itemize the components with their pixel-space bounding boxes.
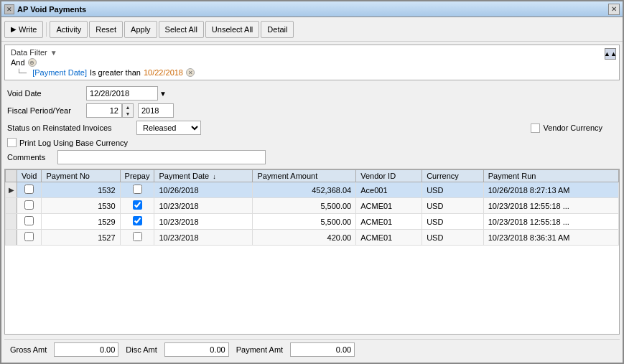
prepay-checkbox[interactable] [133,216,142,225]
table-row[interactable]: 153010/23/20185,500.00ACME01USD10/23/201… [6,198,619,214]
table-row[interactable]: 152710/23/2018420.00ACME01USD10/23/2018 … [6,230,619,246]
table-header: Void Payment No Prepay Payment Date ↓ Pa… [6,170,619,182]
prepay-checkbox-cell [120,214,154,230]
filter-collapse-button[interactable]: ▲▲ [605,48,616,60]
void-col-header[interactable]: Void [17,170,42,182]
payment-date-col-header[interactable]: Payment Date ↓ [154,170,253,182]
payments-table: Void Payment No Prepay Payment Date ↓ Pa… [5,169,619,246]
main-window: ✕ AP Void Payments ✕ ▶ Write Activity Re… [0,0,624,364]
period-up-button[interactable]: ▲ [123,104,133,111]
reset-button[interactable]: Reset [89,21,123,38]
gross-amt-input[interactable] [54,342,118,357]
payment-amount-cell: 5,500.00 [253,198,356,214]
vendor-id-col-header[interactable]: Vendor ID [356,170,422,182]
prepay-checkbox-cell [120,182,154,198]
void-checkbox[interactable] [24,232,34,241]
print-log-checkbox[interactable] [7,138,17,147]
currency-col-header[interactable]: Currency [422,170,484,182]
apply-label: Apply [131,25,151,34]
window-close-button[interactable]: ✕ [608,4,620,15]
payment-no-col-header[interactable]: Payment No [42,170,120,182]
void-checkbox[interactable] [24,216,34,225]
payment-run-col-header[interactable]: Payment Run [483,170,618,182]
vendor-id-cell: ACME01 [356,230,422,246]
payment-amount-cell: 452,368.04 [253,182,356,198]
payment-run-cell: 10/23/2018 8:36:31 AM [483,230,618,246]
sort-desc-icon: ↓ [213,173,216,180]
filter-condition-row: └─ [Payment Date] Is greater than 10/22/… [11,68,613,77]
gross-amt-label: Gross Amt [10,345,47,354]
select-all-button[interactable]: Select All [159,21,204,38]
period-down-button[interactable]: ▼ [123,111,133,117]
activity-button[interactable]: Activity [50,21,88,38]
print-log-row: Print Log Using Base Currency [7,138,617,147]
footer-row: Gross Amt Disc Amt Payment Amt [4,339,620,360]
fiscal-year-input[interactable] [138,103,174,118]
filter-and-text: And [11,58,25,67]
fiscal-period-input[interactable] [86,103,122,118]
payment-date-cell: 10/23/2018 [154,198,253,214]
toolbar: ▶ Write Activity Reset Apply Select All … [1,17,623,42]
prepay-checkbox[interactable] [133,200,142,210]
void-checkbox-cell [17,214,42,230]
row-indicator-header [6,170,17,182]
filter-section: Data Filter ▼ And ⊕ └─ [Payment Date] Is… [4,45,620,80]
divider-1 [46,22,47,37]
unselect-all-label: Unselect All [212,25,253,34]
prepay-checkbox[interactable] [133,185,142,194]
payment-amt-input[interactable] [290,342,355,357]
void-date-dropdown-icon[interactable]: ▼ [159,90,167,98]
filter-condition-remove[interactable]: ✕ [186,68,195,77]
payment-amount-cell: 420.00 [253,230,356,246]
status-select[interactable]: Released Open Closed [136,121,201,135]
title-bar-left: ✕ AP Void Payments [4,4,86,14]
table-row[interactable]: ▶153210/26/2018452,368.04Ace001USD10/26/… [6,182,619,198]
row-selector-cell[interactable]: ▶ [6,182,17,198]
tab-close-button[interactable]: ✕ [4,4,14,14]
filter-and-row: And ⊕ [11,58,613,67]
void-date-control: ▼ [86,86,167,101]
prepay-checkbox[interactable] [133,232,142,241]
table-body: ▶153210/26/2018452,368.04Ace001USD10/26/… [6,182,619,246]
vendor-id-cell: Ace001 [356,182,422,198]
apply-button[interactable]: Apply [124,21,157,38]
filter-tree-icon: └─ [17,69,27,77]
row-selector-cell[interactable] [6,198,17,214]
comments-label: Comments [7,153,57,162]
vendor-currency-label: Vendor Currency [543,123,602,132]
comments-input[interactable] [57,150,266,164]
filter-and-remove[interactable]: ⊕ [28,58,37,67]
payment-run-cell: 10/26/2018 8:27:13 AM [483,182,618,198]
payment-amount-col-header[interactable]: Payment Amount [253,170,356,182]
write-button[interactable]: ▶ Write [4,21,43,38]
write-label: Write [19,25,37,34]
payment-no-cell: 1527 [42,230,120,246]
void-date-input[interactable] [86,86,158,101]
payments-table-container: Void Payment No Prepay Payment Date ↓ Pa… [4,169,620,335]
row-selector-cell[interactable] [6,214,17,230]
table-row[interactable]: 152910/23/20185,500.00ACME01USD10/23/201… [6,214,619,230]
void-date-label: Void Date [7,89,86,98]
payment-no-cell: 1530 [42,198,120,214]
detail-button[interactable]: Detail [261,21,294,38]
void-checkbox[interactable] [24,200,34,210]
content-area: Data Filter ▼ And ⊕ └─ [Payment Date] Is… [1,42,623,363]
filter-header: Data Filter ▼ [11,48,613,57]
payment-run-cell: 10/23/2018 12:55:18 ... [483,198,618,214]
vendor-currency-checkbox[interactable] [531,123,540,133]
filter-value-text: 10/22/2018 [144,68,183,77]
disc-amt-input[interactable] [164,342,229,357]
filter-field-link[interactable]: [Payment Date] [32,68,87,77]
filter-title: Data Filter [11,48,47,57]
window-title: AP Void Payments [17,5,86,14]
vendor-id-cell: ACME01 [356,198,422,214]
prepay-col-header[interactable]: Prepay [120,170,154,182]
currency-cell: USD [422,214,484,230]
row-selector-cell[interactable] [6,230,17,246]
fiscal-period-control: ▲ ▼ [86,103,174,118]
currency-cell: USD [422,230,484,246]
void-checkbox[interactable] [24,185,34,194]
unselect-all-button[interactable]: Unselect All [205,21,259,38]
payment-amount-cell: 5,500.00 [253,214,356,230]
period-spinner[interactable]: ▲ ▼ [122,103,134,118]
